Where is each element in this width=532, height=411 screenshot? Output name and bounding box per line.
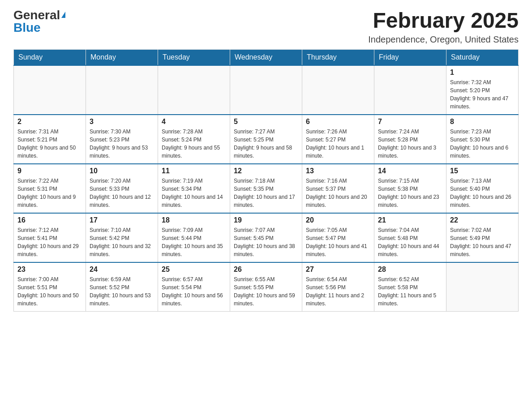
day-number: 14 [378, 167, 442, 175]
day-number: 15 [450, 167, 515, 175]
calendar-cell [446, 262, 519, 312]
logo-triangle-icon [61, 12, 65, 18]
day-number: 8 [450, 118, 515, 126]
day-number: 13 [306, 167, 370, 175]
day-number: 18 [162, 216, 226, 224]
day-info: Sunrise: 6:55 AM Sunset: 5:55 PM Dayligh… [234, 275, 298, 308]
day-number: 4 [162, 118, 226, 126]
logo-general: General [13, 9, 60, 21]
day-info: Sunrise: 7:12 AM Sunset: 5:41 PM Dayligh… [17, 226, 82, 258]
day-info: Sunrise: 7:16 AM Sunset: 5:37 PM Dayligh… [306, 177, 370, 209]
day-info: Sunrise: 7:02 AM Sunset: 5:49 PM Dayligh… [450, 226, 515, 258]
calendar-cell: 14Sunrise: 7:15 AM Sunset: 5:38 PM Dayli… [374, 164, 446, 213]
calendar-cell: 9Sunrise: 7:22 AM Sunset: 5:31 PM Daylig… [14, 164, 86, 213]
day-info: Sunrise: 7:05 AM Sunset: 5:47 PM Dayligh… [306, 226, 370, 258]
calendar-cell: 12Sunrise: 7:18 AM Sunset: 5:35 PM Dayli… [230, 164, 302, 213]
week-row-5: 23Sunrise: 7:00 AM Sunset: 5:51 PM Dayli… [14, 262, 519, 312]
day-info: Sunrise: 7:28 AM Sunset: 5:24 PM Dayligh… [162, 128, 226, 160]
day-number: 3 [90, 118, 154, 126]
day-number: 23 [17, 265, 82, 274]
day-number: 2 [17, 118, 82, 126]
day-header-monday: Monday [86, 49, 158, 65]
calendar-cell: 5Sunrise: 7:27 AM Sunset: 5:25 PM Daylig… [230, 115, 302, 164]
day-info: Sunrise: 7:20 AM Sunset: 5:33 PM Dayligh… [90, 177, 154, 209]
calendar-cell: 15Sunrise: 7:13 AM Sunset: 5:40 PM Dayli… [446, 164, 519, 213]
calendar-cell: 1Sunrise: 7:32 AM Sunset: 5:20 PM Daylig… [446, 65, 519, 115]
calendar-cell [302, 65, 374, 115]
day-info: Sunrise: 7:09 AM Sunset: 5:44 PM Dayligh… [162, 226, 226, 258]
calendar-cell [230, 65, 302, 115]
day-info: Sunrise: 6:57 AM Sunset: 5:54 PM Dayligh… [162, 275, 226, 308]
day-header-wednesday: Wednesday [230, 49, 302, 65]
day-number: 22 [450, 216, 515, 224]
calendar-cell: 20Sunrise: 7:05 AM Sunset: 5:47 PM Dayli… [302, 213, 374, 262]
week-row-4: 16Sunrise: 7:12 AM Sunset: 5:41 PM Dayli… [14, 213, 519, 262]
day-info: Sunrise: 7:13 AM Sunset: 5:40 PM Dayligh… [450, 177, 515, 209]
day-number: 10 [90, 167, 154, 175]
day-info: Sunrise: 7:18 AM Sunset: 5:35 PM Dayligh… [234, 177, 298, 209]
day-info: Sunrise: 7:15 AM Sunset: 5:38 PM Dayligh… [378, 177, 442, 209]
week-row-2: 2Sunrise: 7:31 AM Sunset: 5:21 PM Daylig… [14, 115, 519, 164]
calendar-cell: 28Sunrise: 6:52 AM Sunset: 5:58 PM Dayli… [374, 262, 446, 312]
day-number: 28 [378, 265, 442, 274]
day-info: Sunrise: 7:04 AM Sunset: 5:48 PM Dayligh… [378, 226, 442, 258]
calendar-cell: 8Sunrise: 7:23 AM Sunset: 5:30 PM Daylig… [446, 115, 519, 164]
day-info: Sunrise: 7:26 AM Sunset: 5:27 PM Dayligh… [306, 128, 370, 160]
calendar-cell [86, 65, 158, 115]
day-info: Sunrise: 7:00 AM Sunset: 5:51 PM Dayligh… [17, 275, 82, 308]
calendar-cell: 6Sunrise: 7:26 AM Sunset: 5:27 PM Daylig… [302, 115, 374, 164]
day-info: Sunrise: 7:24 AM Sunset: 5:28 PM Dayligh… [378, 128, 442, 160]
day-info: Sunrise: 7:19 AM Sunset: 5:34 PM Dayligh… [162, 177, 226, 209]
calendar-cell: 22Sunrise: 7:02 AM Sunset: 5:49 PM Dayli… [446, 213, 519, 262]
day-info: Sunrise: 6:52 AM Sunset: 5:58 PM Dayligh… [378, 275, 442, 308]
day-header-sunday: Sunday [14, 49, 86, 65]
day-number: 7 [378, 118, 442, 126]
calendar-cell: 18Sunrise: 7:09 AM Sunset: 5:44 PM Dayli… [158, 213, 230, 262]
day-number: 20 [306, 216, 370, 224]
day-info: Sunrise: 7:23 AM Sunset: 5:30 PM Dayligh… [450, 128, 515, 160]
day-info: Sunrise: 7:27 AM Sunset: 5:25 PM Dayligh… [234, 128, 298, 160]
calendar-cell: 4Sunrise: 7:28 AM Sunset: 5:24 PM Daylig… [158, 115, 230, 164]
day-number: 21 [378, 216, 442, 224]
day-info: Sunrise: 7:30 AM Sunset: 5:23 PM Dayligh… [90, 128, 154, 160]
calendar-cell [158, 65, 230, 115]
day-info: Sunrise: 7:22 AM Sunset: 5:31 PM Dayligh… [17, 177, 82, 209]
day-number: 17 [90, 216, 154, 224]
logo: General Blue [13, 9, 65, 34]
month-title: February 2025 [368, 9, 519, 33]
calendar-cell: 26Sunrise: 6:55 AM Sunset: 5:55 PM Dayli… [230, 262, 302, 312]
day-info: Sunrise: 7:10 AM Sunset: 5:42 PM Dayligh… [90, 226, 154, 258]
logo-blue: Blue [13, 21, 41, 34]
day-number: 25 [162, 265, 226, 274]
day-number: 12 [234, 167, 298, 175]
calendar-cell: 2Sunrise: 7:31 AM Sunset: 5:21 PM Daylig… [14, 115, 86, 164]
day-number: 16 [17, 216, 82, 224]
day-number: 1 [450, 68, 515, 77]
calendar-cell: 7Sunrise: 7:24 AM Sunset: 5:28 PM Daylig… [374, 115, 446, 164]
day-info: Sunrise: 7:32 AM Sunset: 5:20 PM Dayligh… [450, 78, 515, 111]
calendar-cell: 23Sunrise: 7:00 AM Sunset: 5:51 PM Dayli… [14, 262, 86, 312]
day-header-saturday: Saturday [446, 49, 519, 65]
page-header: General Blue February 2025 Independence,… [13, 9, 519, 45]
calendar-cell: 24Sunrise: 6:59 AM Sunset: 5:52 PM Dayli… [86, 262, 158, 312]
day-info: Sunrise: 6:59 AM Sunset: 5:52 PM Dayligh… [90, 275, 154, 308]
day-number: 26 [234, 265, 298, 274]
calendar-cell: 25Sunrise: 6:57 AM Sunset: 5:54 PM Dayli… [158, 262, 230, 312]
calendar-cell: 11Sunrise: 7:19 AM Sunset: 5:34 PM Dayli… [158, 164, 230, 213]
calendar-header-row: SundayMondayTuesdayWednesdayThursdayFrid… [14, 49, 519, 65]
calendar-cell: 21Sunrise: 7:04 AM Sunset: 5:48 PM Dayli… [374, 213, 446, 262]
week-row-1: 1Sunrise: 7:32 AM Sunset: 5:20 PM Daylig… [14, 65, 519, 115]
day-header-friday: Friday [374, 49, 446, 65]
day-number: 27 [306, 265, 370, 274]
calendar-cell: 27Sunrise: 6:54 AM Sunset: 5:56 PM Dayli… [302, 262, 374, 312]
calendar-cell: 3Sunrise: 7:30 AM Sunset: 5:23 PM Daylig… [86, 115, 158, 164]
day-number: 9 [17, 167, 82, 175]
day-number: 11 [162, 167, 226, 175]
calendar-cell: 17Sunrise: 7:10 AM Sunset: 5:42 PM Dayli… [86, 213, 158, 262]
calendar-cell: 16Sunrise: 7:12 AM Sunset: 5:41 PM Dayli… [14, 213, 86, 262]
day-number: 6 [306, 118, 370, 126]
calendar-cell [374, 65, 446, 115]
day-info: Sunrise: 7:31 AM Sunset: 5:21 PM Dayligh… [17, 128, 82, 160]
calendar-cell [14, 65, 86, 115]
title-section: February 2025 Independence, Oregon, Unit… [368, 9, 519, 45]
